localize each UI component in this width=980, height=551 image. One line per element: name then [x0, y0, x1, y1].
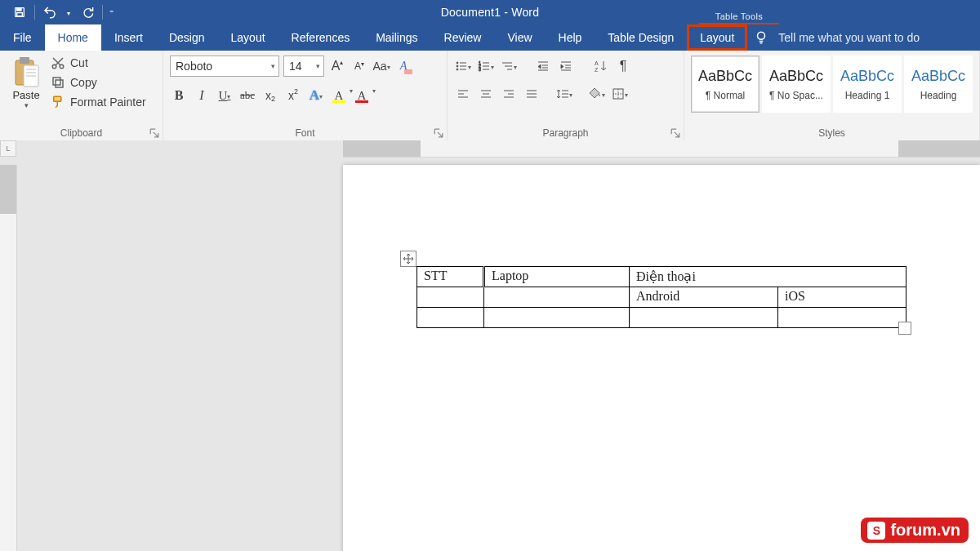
clear-formatting-button[interactable]: A	[394, 57, 412, 75]
tab-home[interactable]: Home	[45, 24, 101, 51]
format-painter-label: Format Painter	[70, 96, 146, 109]
align-left-button[interactable]	[454, 85, 472, 103]
borders-button[interactable]: ▾	[611, 85, 629, 103]
increase-indent-button[interactable]	[557, 57, 575, 75]
document-table[interactable]: STT Laptop Điện thoại Android iOS	[416, 266, 906, 328]
vertical-ruler[interactable]	[0, 165, 17, 551]
decrease-indent-button[interactable]	[534, 57, 552, 75]
tab-file[interactable]: File	[0, 24, 45, 51]
tell-me-input[interactable]: Tell me what you want to do	[775, 24, 980, 51]
horizontal-ruler[interactable]	[343, 140, 980, 158]
svg-point-15	[457, 62, 458, 64]
table-cell[interactable]	[778, 308, 906, 328]
style-no-spacing[interactable]: AaBbCc ¶ No Spac...	[762, 56, 831, 113]
change-case-button[interactable]: Aa▾	[372, 57, 390, 75]
undo-button[interactable]	[37, 0, 63, 24]
save-button[interactable]	[7, 0, 33, 24]
table-cell[interactable]: STT	[417, 267, 484, 287]
tab-layout[interactable]: Layout	[218, 24, 278, 51]
title-bar: ▾ ⁼ Document1 - Word Table Tools	[0, 0, 980, 24]
superscript-button[interactable]: x2	[284, 87, 302, 104]
table-resize-handle[interactable]	[898, 322, 911, 335]
shading-button[interactable]: ▾	[588, 85, 606, 103]
bullets-button[interactable]: ▾	[454, 57, 472, 75]
shrink-font-button[interactable]: A▾	[350, 57, 368, 75]
tab-help[interactable]: Help	[546, 24, 595, 51]
multilevel-list-button[interactable]: ▾	[500, 57, 518, 75]
table-cell[interactable]	[417, 287, 484, 308]
table-move-handle[interactable]	[400, 251, 416, 267]
paste-button[interactable]: Paste ▾	[7, 54, 46, 109]
format-painter-button[interactable]: Format Painter	[51, 95, 146, 109]
tab-table-design[interactable]: Table Design	[595, 24, 687, 51]
cut-button[interactable]: Cut	[51, 56, 146, 70]
font-group-label: Font	[163, 127, 447, 139]
justify-button[interactable]	[523, 85, 541, 103]
font-size-value: 14	[289, 60, 302, 73]
tab-insert[interactable]: Insert	[101, 24, 156, 51]
tab-review[interactable]: Review	[431, 24, 495, 51]
line-spacing-button[interactable]: ▾	[555, 85, 573, 103]
style-heading-2[interactable]: AaBbCc Heading	[904, 56, 973, 113]
redo-button[interactable]	[74, 0, 100, 24]
grow-font-button[interactable]: A▴	[328, 57, 346, 75]
subscript-button[interactable]: x2	[261, 87, 279, 104]
clipboard-dialog-launcher[interactable]	[149, 128, 159, 138]
paintbrush-icon	[51, 95, 65, 109]
bold-button[interactable]: B	[170, 87, 188, 104]
italic-button[interactable]: I	[193, 87, 211, 104]
tab-mailings[interactable]: Mailings	[363, 24, 430, 51]
table-cell[interactable]: Android	[630, 287, 778, 308]
table-cell[interactable]	[484, 287, 630, 308]
table-cell[interactable]: Laptop	[484, 267, 630, 287]
svg-text:A: A	[595, 60, 599, 66]
style-normal[interactable]: AaBbCc ¶ Normal	[691, 56, 760, 113]
style-heading-1[interactable]: AaBbCc Heading 1	[833, 56, 902, 113]
table-cell[interactable]	[484, 308, 630, 328]
copy-button[interactable]: Copy	[51, 75, 146, 90]
undo-dropdown[interactable]: ▾	[63, 0, 74, 24]
text-effects-button[interactable]: A▾	[307, 87, 325, 104]
table-cell[interactable]: Điện thoại	[630, 267, 906, 287]
numbering-button[interactable]: 123▾	[477, 57, 495, 75]
ruler-corner[interactable]: L	[0, 140, 16, 157]
document-page[interactable]: STT Laptop Điện thoại Android iOS	[343, 165, 980, 551]
align-center-button[interactable]	[477, 85, 495, 103]
show-marks-button[interactable]: ¶	[614, 57, 632, 75]
table-row[interactable]: STT Laptop Điện thoại	[417, 267, 906, 287]
qat-customize[interactable]: ⁼	[105, 0, 118, 24]
table-cell[interactable]	[630, 308, 778, 328]
ribbon-tabs: File Home Insert Design Layout Reference…	[0, 24, 980, 51]
font-dialog-launcher[interactable]	[434, 128, 443, 138]
tell-me-bulb-icon[interactable]	[747, 24, 775, 51]
svg-rect-12	[56, 80, 63, 87]
align-right-button[interactable]	[500, 85, 518, 103]
sort-button[interactable]: AZ	[591, 57, 609, 75]
document-title: Document1 - Word	[441, 6, 539, 19]
tab-view[interactable]: View	[494, 24, 545, 51]
ribbon: Paste ▾ Cut Copy Format Painter Clipboar…	[0, 51, 980, 141]
table-cell[interactable]	[417, 308, 484, 328]
table-row[interactable]: Android iOS	[417, 287, 906, 308]
font-size-combo[interactable]: 14▾	[283, 56, 324, 77]
underline-button[interactable]: U▾	[216, 87, 234, 104]
contextual-tab-group: Table Tools	[710, 0, 768, 24]
scissors-icon	[51, 56, 65, 70]
watermark-badge: S forum.vn	[861, 518, 969, 543]
svg-rect-2	[17, 13, 23, 16]
font-name-combo[interactable]: Roboto▾	[170, 56, 279, 77]
styles-gallery[interactable]: AaBbCc ¶ Normal AaBbCc ¶ No Spac... AaBb…	[691, 54, 973, 113]
paragraph-dialog-launcher[interactable]	[670, 128, 680, 138]
paste-dropdown-icon[interactable]: ▾	[24, 101, 29, 109]
tab-table-layout[interactable]: Layout	[687, 24, 747, 51]
table-row[interactable]	[417, 308, 906, 328]
tab-references[interactable]: References	[278, 24, 363, 51]
svg-rect-5	[20, 57, 29, 64]
tab-design[interactable]: Design	[156, 24, 218, 51]
highlight-button[interactable]: A▾	[330, 87, 348, 104]
font-color-button[interactable]: A▾	[353, 87, 371, 104]
watermark-logo: S	[867, 522, 885, 540]
table-cell[interactable]: iOS	[778, 287, 906, 308]
strikethrough-button[interactable]: abc	[238, 87, 256, 104]
font-name-value: Roboto	[176, 60, 212, 73]
